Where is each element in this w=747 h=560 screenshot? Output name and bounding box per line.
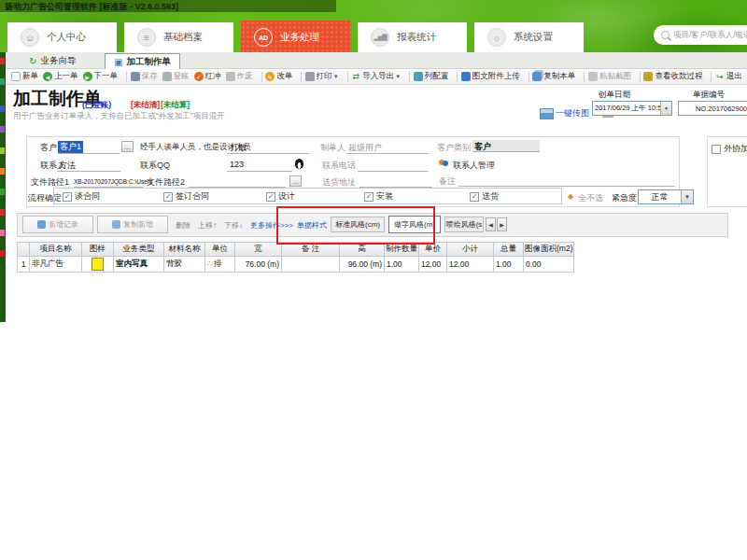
scroll-left-button[interactable]: ◀	[486, 217, 496, 231]
nav-label: 个人中心	[47, 31, 86, 44]
gear-icon: ☼	[487, 28, 506, 47]
copy-order-button[interactable]: 复制本单	[532, 71, 575, 82]
tab-processing-order[interactable]: ▣ 加工制作单	[105, 53, 180, 69]
add-record-button[interactable]: 新增记录	[22, 216, 93, 233]
quantity-cell[interactable]: 1.00	[385, 257, 419, 273]
column-header[interactable]: 图像面积(m2)	[524, 243, 574, 257]
nav-system-settings[interactable]: ☼ 系统设置	[474, 22, 584, 52]
desktop-icon	[0, 126, 5, 133]
printer-icon	[305, 72, 315, 81]
save-button[interactable]: 保存	[131, 71, 158, 82]
nav-report-statistics[interactable]: ▂▅▇ 报表统计	[358, 22, 467, 52]
one-click-send-image-link[interactable]: 一键传图	[556, 107, 589, 119]
column-header[interactable]: 单位	[205, 243, 235, 257]
project-name-cell[interactable]: 非凡广告	[30, 257, 82, 273]
file-path1-value[interactable]: XB-20170207JQDB:C:\Users	[74, 178, 152, 185]
attachment-upload-button[interactable]: 图文附件上传	[461, 71, 520, 82]
desktop-icon	[0, 209, 5, 216]
post-account-button[interactable]: 登账	[162, 71, 190, 82]
image-area-cell: 0.00	[524, 257, 574, 273]
column-header[interactable]: 项目名称	[30, 243, 82, 257]
total-cell: 1.00	[494, 257, 524, 273]
desktop-icon	[0, 58, 5, 64]
column-header[interactable]: 材料名称	[164, 243, 205, 257]
unit-price-cell[interactable]: 12.00	[419, 257, 447, 273]
checkbox-icon	[712, 145, 721, 154]
copy-record-button[interactable]: 复制新增	[97, 216, 168, 233]
column-header[interactable]: 图样	[82, 243, 114, 257]
toolbar-separator	[529, 72, 529, 82]
column-header[interactable]: 业务类型	[114, 243, 164, 257]
void-doc-icon	[226, 72, 235, 81]
qq-input[interactable]: 123	[230, 160, 244, 169]
new-order-button[interactable]: 新单	[11, 71, 38, 82]
desktop-icon	[0, 250, 5, 257]
main-toolbar: 新单 ◀上一单 ▶下一单 保存 登账 ✓红冲 作废 ✎改单 打印▼ ⇄导入导出▼…	[6, 69, 747, 85]
height-cell[interactable]: 96.00 (m)	[340, 257, 385, 273]
file-path2-browse-button[interactable]: …	[289, 175, 302, 187]
exit-button[interactable]: ↪退出	[715, 71, 742, 82]
next-order-button[interactable]: ▶下一单	[83, 71, 119, 82]
view-payment-process-button[interactable]: 查看收款过程	[643, 71, 702, 82]
global-search-input[interactable]: 项目/客户/联系人/电话	[654, 25, 747, 45]
diamond-icon: ◆	[568, 192, 573, 201]
urgency-select[interactable]: 正常 ▼	[638, 189, 694, 204]
checkbox-sign-contract[interactable]: 签订合同	[163, 190, 209, 203]
checkbox-checked-icon	[266, 192, 275, 202]
move-up-button[interactable]: 上移↑	[198, 220, 217, 231]
create-date-picker[interactable]: 2017/06/29 上午 10:5 ▼	[592, 101, 672, 116]
column-header[interactable]: 总量	[494, 243, 524, 257]
window-title: 扬动力广告公司管理软件 [标准版 - V2.6.0.593]	[5, 1, 178, 13]
phone-underline[interactable]	[358, 171, 429, 172]
customer-browse-button[interactable]: …	[121, 141, 134, 152]
column-header[interactable]: 宽	[235, 243, 282, 257]
tab-business-wizard[interactable]: ↻ 业务向导	[21, 53, 84, 69]
width-cell[interactable]: 76.00 (m)	[235, 257, 282, 273]
qq-underline	[227, 171, 292, 172]
nav-base-archives[interactable]: ≡ 基础档案	[124, 22, 233, 52]
sample-cell[interactable]	[82, 257, 114, 273]
next-arrow-icon: ▶	[83, 72, 92, 81]
checkbox-talk-contract[interactable]: 谈合同	[63, 190, 100, 203]
delete-record-button[interactable]: 删除	[176, 220, 190, 231]
row-number-header[interactable]	[18, 243, 30, 257]
checkbox-checked-icon	[364, 192, 374, 202]
contacts-manage-link[interactable]: 联系人管理	[453, 160, 495, 172]
note-cell[interactable]	[282, 257, 340, 273]
void-button[interactable]: 作废	[226, 71, 253, 82]
modify-order-button[interactable]: ✎改单	[265, 71, 292, 82]
paste-screenshot-button[interactable]: 粘贴截图	[588, 71, 631, 82]
toolbar-separator	[347, 72, 348, 82]
chevron-down-icon: ▼	[681, 190, 693, 203]
checkbox-checked-icon	[470, 192, 479, 202]
tab-label: 业务向导	[40, 55, 76, 67]
print-button[interactable]: 打印▼	[305, 71, 339, 82]
new-doc-icon	[11, 72, 21, 81]
style-inkjet-button[interactable]: 喷绘风格(s	[444, 217, 484, 232]
checkbox-delivery[interactable]: 送货	[470, 190, 499, 203]
clear-all-link[interactable]: 全不选	[578, 192, 603, 204]
business-type-cell[interactable]: 室内写真	[114, 257, 164, 273]
note-underline[interactable]	[458, 186, 675, 187]
column-config-button[interactable]: 列配置	[414, 71, 449, 82]
nav-business-processing[interactable]: AD 业务处理	[241, 21, 350, 54]
qq-penguin-icon[interactable]	[295, 159, 303, 169]
red-reverse-button[interactable]: ✓红冲	[194, 71, 221, 82]
checkbox-design[interactable]: 设计	[266, 190, 295, 203]
toolbar-separator	[457, 72, 458, 82]
unit-cell[interactable]: ∴排	[205, 257, 235, 273]
urgency-label: 紧急度	[612, 192, 637, 204]
previous-order-button[interactable]: ◀上一单	[43, 71, 78, 82]
material-cell[interactable]: 背胶	[164, 257, 205, 273]
outsourcing-checkbox[interactable]: 外协加工	[712, 143, 747, 155]
nav-personal-center[interactable]: ☺ 个人中心	[7, 22, 117, 52]
scroll-right-button[interactable]: ▶	[497, 217, 507, 231]
table-row[interactable]: 1 非凡广告 室内写真 背胶 ∴排 76.00 (m) 96.00 (m) 1.…	[18, 257, 574, 273]
customer-input[interactable]: 客户1	[58, 141, 83, 153]
import-export-button[interactable]: ⇄导入导出▼	[351, 71, 401, 82]
checkbox-install[interactable]: 安装	[364, 190, 393, 203]
left-filler	[0, 322, 6, 560]
column-header[interactable]: 小计	[447, 243, 494, 257]
move-down-button[interactable]: 下移↓	[224, 220, 243, 231]
copy-record-icon	[112, 220, 120, 229]
